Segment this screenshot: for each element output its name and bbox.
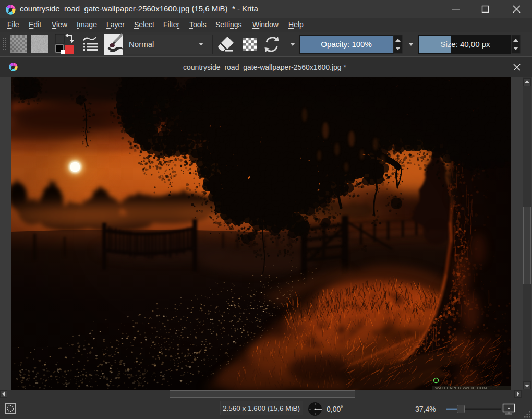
svg-text:WALLPAPERSWIDE.COM: WALLPAPERSWIDE.COM [435,386,487,390]
svg-text:Opacity: 100%: Opacity: 100% [321,40,372,49]
svg-text:Size: 40,00 px: Size: 40,00 px [440,40,490,49]
svg-text:Normal: Normal [129,40,154,49]
svg-text:2.560 x 1.600 (15,6 MiB): 2.560 x 1.600 (15,6 MiB) [223,404,300,412]
svg-text:37,4%: 37,4% [415,405,436,413]
svg-text:0,00˚: 0,00˚ [327,405,343,413]
